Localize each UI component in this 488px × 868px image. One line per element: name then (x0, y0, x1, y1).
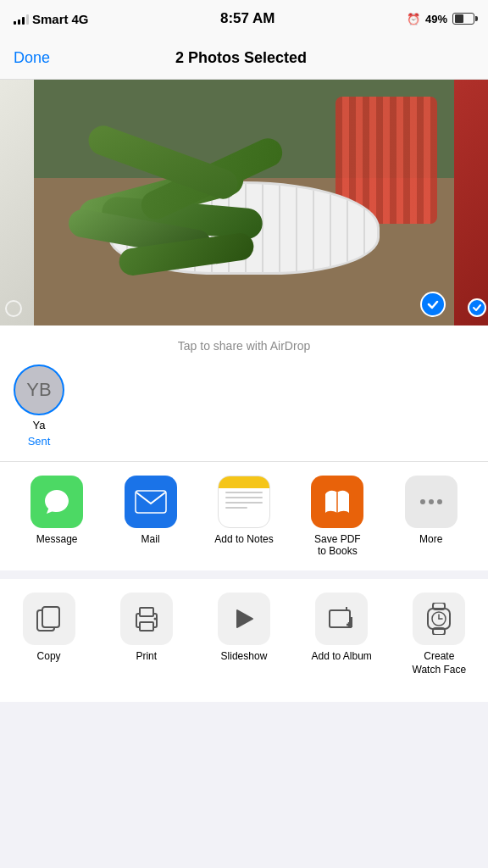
create-watch-face-icon-box (413, 593, 465, 645)
signal-icon (14, 13, 29, 25)
svg-rect-3 (42, 607, 59, 627)
share-app-books-label: Save PDF to Books (314, 533, 361, 557)
action-row-section: Copy Print Slideshow (0, 579, 488, 702)
share-apps-section: Message Mail Add (0, 462, 488, 570)
svg-rect-0 (136, 491, 166, 513)
action-print-label: Print (136, 650, 157, 664)
copy-icon-box (23, 593, 75, 645)
photo-left[interactable] (0, 80, 34, 326)
action-add-to-album[interactable]: Add to Album (299, 593, 384, 664)
share-app-more[interactable]: More (393, 476, 469, 545)
svg-point-7 (153, 618, 156, 620)
share-apps-row: Message Mail Add (10, 476, 478, 557)
done-button[interactable]: Done (14, 49, 50, 67)
airdrop-contacts: YB Ya Sent (14, 364, 474, 454)
contact-status-ya: Sent (28, 435, 51, 448)
contact-initials-ya: YB (26, 379, 51, 401)
books-icon (311, 476, 363, 528)
action-add-to-album-label: Add to Album (311, 650, 371, 664)
status-time: 8:57 AM (220, 10, 275, 27)
section-divider (0, 570, 488, 579)
battery-icon (452, 13, 474, 25)
action-copy[interactable]: Copy (7, 593, 92, 664)
action-create-watch-face-label: Create Watch Face (413, 650, 467, 676)
action-print[interactable]: Print (104, 593, 189, 664)
action-slideshow-label: Slideshow (221, 650, 268, 664)
status-bar: Smart 4G 8:57 AM ⏰ 49% (0, 0, 488, 37)
contact-avatar-ya: YB (14, 364, 64, 415)
photo-right[interactable] (454, 80, 488, 326)
mail-icon (125, 476, 177, 528)
share-app-mail[interactable]: Mail (113, 476, 189, 545)
airdrop-section: Tap to share with AirDrop YB Ya Sent (0, 326, 488, 461)
status-left: Smart 4G (14, 12, 89, 26)
alarm-icon: ⏰ (407, 13, 420, 25)
photo-right-checkmark (468, 298, 486, 317)
svg-rect-5 (140, 622, 153, 631)
share-app-message-label: Message (36, 533, 78, 545)
carrier-label: Smart (32, 12, 69, 26)
more-icon (405, 476, 458, 528)
message-icon (30, 476, 83, 528)
add-to-album-icon-box (315, 593, 368, 645)
share-app-notes[interactable]: Add to Notes (206, 476, 282, 545)
airdrop-contact-ya[interactable]: YB Ya Sent (14, 364, 64, 448)
nav-bar: Done 2 Photos Selected (0, 37, 488, 80)
share-app-books[interactable]: Save PDF to Books (299, 476, 375, 557)
more-dots-icon (420, 499, 442, 504)
svg-marker-8 (237, 610, 252, 627)
network-label: 4G (72, 12, 89, 26)
nav-title: 2 Photos Selected (175, 49, 307, 67)
print-icon-box (120, 593, 173, 645)
action-create-watch-face[interactable]: Create Watch Face (396, 593, 481, 676)
share-app-message[interactable]: Message (19, 476, 95, 545)
svg-rect-6 (140, 608, 153, 616)
contact-name-ya: Ya (33, 419, 46, 431)
action-slideshow[interactable]: Slideshow (202, 593, 286, 664)
photo-checkmark (420, 292, 446, 317)
action-row: Copy Print Slideshow (0, 593, 488, 676)
share-app-notes-label: Add to Notes (214, 533, 273, 545)
action-copy-label: Copy (37, 650, 61, 664)
status-right: ⏰ 49% (407, 13, 474, 25)
slideshow-icon-box (218, 593, 270, 645)
share-app-mail-label: Mail (141, 533, 160, 545)
battery-percent: 49% (425, 13, 447, 25)
share-app-more-label: More (419, 533, 442, 545)
notes-icon (218, 476, 270, 528)
photo-main[interactable] (34, 80, 454, 326)
airdrop-label: Tap to share with AirDrop (14, 339, 474, 353)
photo-strip (0, 80, 488, 326)
